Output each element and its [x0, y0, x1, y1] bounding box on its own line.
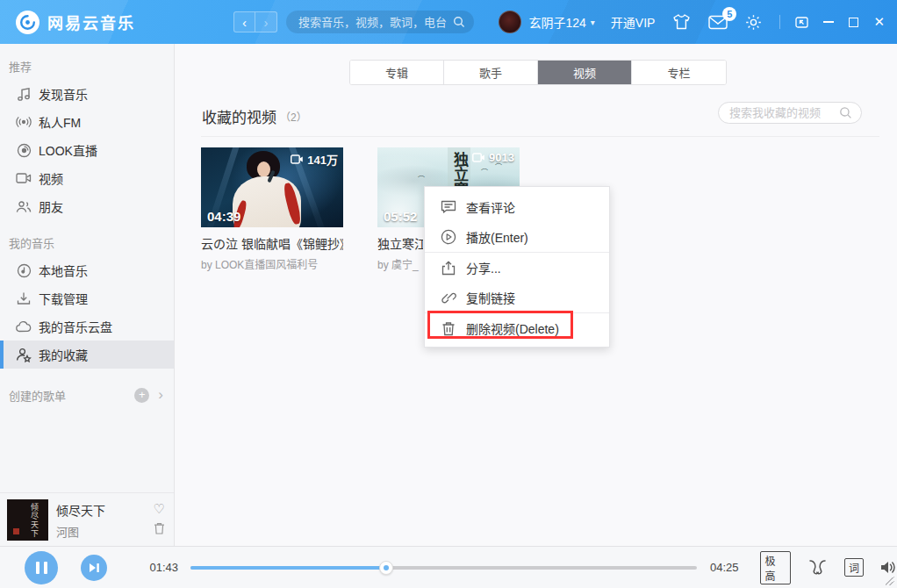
menu-item-label: 分享...: [466, 259, 501, 276]
music-note-icon: [16, 86, 32, 102]
sidebar: 推荐 发现音乐 私人FM LOOK直播 视频 朋友 我的音乐 本地音乐 下载管理…: [0, 44, 175, 546]
context-menu: 查看评论 播放(Enter) 分享... 复制链接 删除视频(Delete): [424, 186, 610, 348]
now-playing-artist[interactable]: 河图: [56, 523, 154, 540]
tab-columns[interactable]: 专栏: [632, 61, 726, 84]
sidebar-item-video[interactable]: 视频: [0, 164, 174, 192]
link-icon: [440, 290, 456, 306]
quality-badge[interactable]: 极高: [760, 551, 791, 584]
menu-item-label: 播放(Enter): [466, 228, 528, 246]
sidebar-item-fm[interactable]: 私人FM: [0, 108, 174, 136]
tab-videos[interactable]: 视频: [538, 61, 632, 84]
minimize-button[interactable]: [823, 21, 834, 23]
maximize-button[interactable]: [849, 18, 858, 27]
menu-item-delete-video[interactable]: 删除视频(Delete): [425, 313, 609, 343]
video-title[interactable]: 云の泣 银临献唱《锦鲤抄》...: [201, 234, 343, 252]
sidebar-item-discover[interactable]: 发现音乐: [0, 80, 174, 108]
camera-icon: [472, 153, 485, 162]
maximize-icon: [849, 18, 858, 27]
sidebar-item-cloud-disk[interactable]: 我的音乐云盘: [0, 312, 174, 341]
lyrics-badge[interactable]: 词: [844, 558, 864, 577]
sidebar-item-downloads[interactable]: 下载管理: [0, 284, 174, 312]
sound-effect-icon[interactable]: [808, 559, 827, 576]
video-camera-icon: [16, 170, 32, 186]
album-art-caption: 倾尽天下: [29, 503, 40, 538]
tab-albums[interactable]: 专辑: [350, 61, 444, 84]
add-playlist-icon[interactable]: +: [134, 388, 149, 403]
video-author[interactable]: by 虞宁_: [377, 256, 423, 271]
sidebar-item-friends[interactable]: 朋友: [0, 192, 174, 220]
favorites-search-input[interactable]: [729, 106, 839, 119]
menu-item-view-comments[interactable]: 查看评论: [425, 192, 609, 222]
next-track-button[interactable]: [81, 555, 107, 581]
global-search-input[interactable]: [298, 16, 453, 29]
play-circle-icon: [440, 229, 456, 246]
user-avatar[interactable]: [499, 11, 521, 33]
menu-item-share[interactable]: 分享...: [425, 253, 609, 283]
topbar-divider: [779, 15, 780, 29]
album-art-seal: [13, 528, 19, 534]
resize-grip[interactable]: [886, 577, 894, 585]
back-button[interactable]: ‹: [233, 11, 255, 32]
cloud-icon: [16, 319, 32, 334]
video-card-1[interactable]: 141万 04:39 云の泣 银临献唱《锦鲤抄》... by LOOK直播国风福…: [201, 147, 343, 271]
close-button[interactable]: ✕: [873, 14, 885, 30]
pause-button[interactable]: [25, 551, 58, 584]
tab-label: 专栏: [667, 64, 690, 81]
progress-fill: [190, 566, 386, 570]
sidebar-item-label: 私人FM: [39, 113, 81, 131]
topbar-right: 玄阴子124 ▾ 开通VIP 5 ✕: [499, 0, 897, 44]
mini-mode-icon[interactable]: [795, 17, 808, 28]
messages-mail-icon[interactable]: 5: [708, 15, 728, 30]
user-caret-down-icon[interactable]: ▾: [591, 18, 595, 27]
like-heart-icon[interactable]: ♡: [154, 501, 165, 517]
video-duration: 04:39: [207, 209, 240, 224]
theme-shirt-icon[interactable]: [672, 14, 691, 30]
sidebar-item-favorites[interactable]: 我的收藏: [0, 341, 174, 369]
sidebar-item-label: 我的收藏: [39, 346, 88, 363]
sidebar-item-label: 我的音乐云盘: [39, 318, 112, 335]
progress-track[interactable]: [190, 561, 697, 575]
now-playing-album-art[interactable]: 倾尽天下: [7, 499, 48, 541]
video-count: （2）: [280, 109, 307, 124]
settings-gear-icon[interactable]: [745, 14, 762, 31]
menu-item-copy-link[interactable]: 复制链接: [425, 283, 609, 312]
share-icon: [440, 260, 456, 276]
remove-trash-icon[interactable]: [154, 522, 165, 538]
app-logo[interactable]: 网易云音乐: [16, 11, 135, 34]
video-title[interactable]: 独立寒江...: [377, 234, 423, 252]
created-playlists-header[interactable]: 创建的歌单 + ›: [0, 369, 174, 404]
next-icon: [89, 563, 100, 573]
collection-header: 收藏的视频 （2）: [202, 105, 879, 127]
close-icon: ✕: [873, 14, 885, 30]
expand-playlists-chevron-icon[interactable]: ›: [158, 386, 163, 404]
volume-icon[interactable]: [879, 560, 897, 575]
trash-icon: [440, 320, 456, 337]
total-time: 04:25: [710, 561, 739, 574]
sidebar-item-label: 下载管理: [39, 290, 88, 307]
favorites-search[interactable]: [718, 102, 862, 124]
player-bar: 01:43 04:25 极高 词: [0, 546, 897, 588]
sidebar-item-look-live[interactable]: LOOK直播: [0, 136, 174, 164]
sidebar-item-label: 视频: [39, 169, 63, 187]
forward-button[interactable]: ›: [255, 11, 277, 32]
search-icon: [453, 16, 465, 28]
sidebar-item-label: 朋友: [39, 197, 63, 215]
comment-icon: [440, 199, 456, 216]
view-count-overlay: 141万: [291, 151, 338, 168]
username[interactable]: 玄阴子124: [528, 13, 585, 31]
video-author[interactable]: by LOOK直播国风福利号: [201, 256, 343, 271]
back-icon: ‹: [242, 15, 247, 30]
vip-link[interactable]: 开通VIP: [611, 13, 656, 31]
sidebar-item-local-music[interactable]: 本地音乐: [0, 256, 174, 284]
tab-artists[interactable]: 歌手: [444, 61, 538, 84]
section-recommend: 推荐: [0, 44, 174, 80]
global-search[interactable]: [286, 11, 474, 33]
menu-item-label: 查看评论: [466, 198, 515, 216]
menu-item-play[interactable]: 播放(Enter): [425, 222, 609, 252]
search-icon: [839, 106, 852, 119]
menu-item-label: 复制链接: [466, 289, 515, 306]
progress-handle[interactable]: [379, 561, 393, 575]
now-playing-title[interactable]: 倾尽天下: [56, 501, 154, 519]
pause-icon: [36, 562, 47, 574]
video-thumbnail-1[interactable]: 141万 04:39: [201, 147, 343, 227]
